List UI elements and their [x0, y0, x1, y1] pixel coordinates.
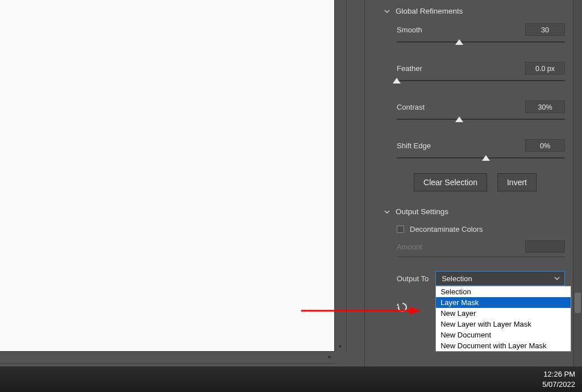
document-pane: ▾ ▸	[0, 0, 364, 366]
chevron-down-icon	[384, 9, 390, 14]
amount-value-input	[525, 240, 565, 253]
slider-knob[interactable]	[455, 116, 463, 122]
slider-label: Feather	[397, 64, 422, 73]
slider-value-input[interactable]: 30	[525, 23, 565, 36]
scroll-down-icon[interactable]: ▾	[336, 343, 343, 350]
dropdown-list[interactable]: SelectionLayer MaskNew LayerNew Layer wi…	[435, 286, 571, 352]
dropdown-option[interactable]: New Document	[436, 330, 571, 340]
dropdown-button[interactable]: Selection	[435, 271, 565, 286]
section-global-refinements[interactable]: Global Refinements	[368, 0, 582, 20]
dropdown-option[interactable]: New Layer with Layer Mask	[436, 319, 571, 330]
slider-track[interactable]	[397, 154, 565, 162]
section-output-settings[interactable]: Output Settings	[368, 197, 582, 220]
slider-contrast: Contrast 30%	[368, 97, 582, 126]
slider-knob[interactable]	[393, 78, 401, 84]
dropdown-option[interactable]: New Document with Layer Mask	[436, 340, 571, 351]
chevron-down-icon	[384, 209, 390, 215]
section-title: Output Settings	[396, 207, 448, 216]
chevron-down-icon	[554, 276, 560, 281]
pane-divider	[347, 0, 364, 366]
slider-feather: Feather 0.0 px	[368, 59, 582, 87]
dropdown-option[interactable]: New Layer	[436, 308, 571, 319]
slider-smooth: Smooth 30	[368, 20, 582, 48]
slider-label: Smooth	[397, 26, 422, 34]
scrollbar-thumb[interactable]	[575, 293, 581, 313]
panel-vertical-scrollbar[interactable]	[573, 0, 582, 366]
slider-track[interactable]	[397, 115, 565, 123]
output-to-label: Output To	[397, 274, 429, 283]
invert-button[interactable]: Invert	[497, 173, 537, 191]
refinement-buttons: Clear Selection Invert	[368, 164, 582, 197]
reset-icon[interactable]	[394, 306, 409, 315]
document-canvas[interactable]	[0, 0, 335, 352]
output-to-row: Output To Selection SelectionLayer MaskN…	[368, 257, 582, 286]
windows-taskbar[interactable]: 12:26 PM 5/07/2022	[0, 366, 582, 392]
select-and-mask-panel: Global Refinements Smooth 30 Feather 0.0…	[364, 0, 582, 366]
output-to-dropdown[interactable]: Selection SelectionLayer MaskNew LayerNe…	[435, 271, 565, 286]
taskbar-clock[interactable]: 12:26 PM 5/07/2022	[542, 369, 582, 389]
dropdown-selected-value: Selection	[442, 274, 472, 283]
slider-shift-edge: Shift Edge 0%	[368, 136, 582, 164]
checkbox-box[interactable]	[397, 226, 404, 233]
canvas-horizontal-scrollbar[interactable]: ▸	[0, 351, 334, 364]
slider-track[interactable]	[397, 38, 565, 46]
checkbox-label: Decontaminate Colors	[410, 225, 483, 233]
slider-value-input[interactable]: 0.0 px	[525, 62, 565, 74]
amount-row: Amount	[368, 237, 582, 254]
slider-knob[interactable]	[455, 39, 463, 45]
amount-label: Amount	[397, 243, 422, 251]
taskbar-time: 12:26 PM	[542, 369, 575, 380]
dropdown-option[interactable]: Layer Mask	[436, 297, 571, 308]
slider-value-input[interactable]: 0%	[525, 139, 565, 152]
section-title: Global Refinements	[396, 7, 463, 15]
slider-label: Shift Edge	[397, 141, 431, 150]
decontaminate-colors-checkbox[interactable]: Decontaminate Colors	[368, 220, 582, 237]
slider-track[interactable]	[397, 77, 565, 85]
taskbar-date: 5/07/2022	[542, 380, 575, 390]
clear-selection-button[interactable]: Clear Selection	[414, 173, 487, 191]
dropdown-option[interactable]: Selection	[436, 286, 571, 297]
slider-value-input[interactable]: 30%	[525, 101, 565, 113]
scroll-right-icon[interactable]: ▸	[326, 353, 333, 360]
slider-label: Contrast	[397, 103, 425, 111]
canvas-vertical-scrollbar[interactable]: ▾	[334, 0, 347, 351]
slider-knob[interactable]	[482, 155, 490, 161]
